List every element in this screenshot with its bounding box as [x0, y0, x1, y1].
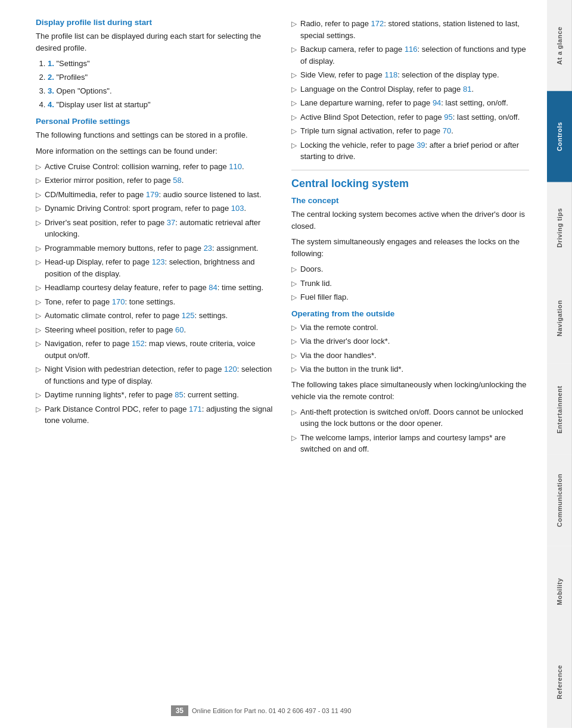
page-link[interactable]: 118 [384, 70, 397, 79]
page-link[interactable]: 81 [463, 85, 471, 94]
bullet-text: Dynamic Driving Control: sport program, … [45, 203, 246, 214]
page-link[interactable]: 103 [231, 204, 244, 213]
list-item: ▷Navigation, refer to page 152: map view… [36, 338, 273, 361]
step-num-3: 3. [48, 86, 54, 95]
footer-text: Online Edition for Part no. 01 40 2 606 … [192, 707, 351, 714]
sidebar-tab-controls[interactable]: Controls [547, 91, 572, 182]
page-link[interactable]: 60 [175, 325, 184, 334]
bullet-arrow-icon: ▷ [291, 278, 297, 289]
list-item: ▷Tone, refer to page 170: tone settings. [36, 296, 273, 308]
page-link[interactable]: 116 [405, 45, 418, 54]
list-item: ▷Daytime running lights*, refer to page … [36, 389, 273, 401]
page-link[interactable]: 171 [189, 405, 202, 413]
left-column: Display profile list during start The pr… [36, 18, 273, 461]
page-link[interactable]: 84 [209, 283, 217, 292]
bullet-arrow-icon: ▷ [36, 257, 41, 267]
bullet-text: Anti-theft protection is switched on/off… [300, 406, 529, 430]
page-link[interactable]: 23 [204, 244, 212, 253]
section-display-profile: Display profile list during start The pr… [36, 18, 273, 111]
concept-para-1: The central locking system becomes activ… [291, 209, 529, 232]
list-item: ▷Via the button in the trunk lid*. [291, 363, 529, 375]
step-text-2: "Profiles" [56, 73, 88, 82]
step-2: 2. "Profiles" [48, 71, 273, 84]
bullet-text: The welcome lamps, interior lamps and co… [300, 432, 529, 455]
page-link[interactable]: 39 [416, 141, 425, 150]
bullet-text: Lane departure warning, refer to page 94… [300, 97, 508, 109]
page-link[interactable]: 94 [433, 98, 441, 107]
list-item: ▷CD/Multimedia, refer to page 179: audio… [36, 189, 273, 201]
sidebar-tab-mobility[interactable]: Mobility [547, 546, 572, 637]
list-item: ▷Head-up Display, refer to page 123: sel… [36, 256, 273, 279]
page-number: 35 [171, 705, 188, 716]
bullet-text: Side View, refer to page 118: selection … [300, 69, 499, 81]
bullet-text: Via the button in the trunk lid*. [300, 363, 403, 375]
concept-bullets: ▷Doors.▷Trunk lid.▷Fuel filler flap. [291, 263, 529, 303]
section-title-personal-profile: Personal Profile settings [36, 117, 273, 126]
list-item: ▷Night Vision with pedestrian detection,… [36, 363, 273, 387]
personal-profile-intro1: The following functions and settings can… [36, 129, 273, 141]
bullet-arrow-icon: ▷ [291, 264, 297, 275]
list-item: ▷Active Cruise Control: collision warnin… [36, 161, 273, 173]
page-link[interactable]: 110 [229, 162, 242, 171]
list-item: ▷Exterior mirror position, refer to page… [36, 175, 273, 186]
page-link[interactable]: 125 [182, 311, 195, 320]
personal-profile-bullets: ▷Active Cruise Control: collision warnin… [36, 161, 273, 427]
sidebar-tab-navigation[interactable]: Navigation [547, 273, 572, 364]
sidebar-tab-entertainment[interactable]: Entertainment [547, 364, 572, 455]
list-item: ▷The welcome lamps, interior lamps and c… [291, 432, 529, 455]
list-item: ▷Via the door handles*. [291, 350, 529, 362]
page-link[interactable]: 37 [167, 218, 175, 227]
step-text-3: Open "Options". [56, 86, 111, 95]
sidebar-tab-communication[interactable]: Communication [547, 455, 572, 546]
bullet-text: Language on the Control Display, refer t… [300, 83, 474, 95]
bullet-text: Programmable memory buttons, refer to pa… [45, 242, 258, 254]
page-link[interactable]: 85 [175, 390, 183, 399]
page-link[interactable]: 58 [173, 176, 181, 185]
step-1: 1. "Settings" [48, 58, 273, 70]
list-item: ▷Driver's seat position, refer to page 3… [36, 217, 273, 240]
bullet-arrow-icon: ▷ [291, 126, 297, 136]
sidebar-tab-reference[interactable]: Reference [547, 637, 572, 728]
step-text-1: "Settings" [56, 59, 89, 68]
list-item: ▷Radio, refer to page 172: stored statio… [291, 18, 529, 41]
list-item: ▷Active Blind Spot Detection, refer to p… [291, 111, 529, 123]
list-item: ▷Doors. [291, 263, 529, 275]
page-link[interactable]: 123 [152, 257, 165, 266]
step-3: 3. Open "Options". [48, 85, 273, 98]
bullet-text: Park Distance Control PDC, refer to page… [45, 403, 273, 427]
page-link[interactable]: 70 [443, 126, 451, 135]
bullet-text: Locking the vehicle, refer to page 39: a… [300, 139, 529, 163]
bullet-text: CD/Multimedia, refer to page 179: audio … [45, 189, 262, 201]
page-link[interactable]: 152 [132, 339, 145, 348]
bullet-arrow-icon: ▷ [36, 203, 41, 214]
page-link[interactable]: 172 [371, 19, 384, 28]
main-content: Display profile list during start The pr… [0, 0, 547, 728]
bullet-arrow-icon: ▷ [36, 325, 41, 335]
bullet-arrow-icon: ▷ [291, 350, 297, 361]
bullet-text: Steering wheel position, refer to page 6… [45, 324, 186, 336]
list-item: ▷Language on the Control Display, refer … [291, 83, 529, 95]
bullet-arrow-icon: ▷ [291, 364, 297, 375]
page-link[interactable]: 179 [146, 190, 159, 199]
list-item: ▷Automatic climate control, refer to pag… [36, 310, 273, 322]
step-4: 4. "Display user list at startup" [48, 99, 273, 111]
bullet-text: Navigation, refer to page 152: map views… [45, 338, 273, 361]
sidebar-tab-driving-tips[interactable]: Driving tips [547, 182, 572, 273]
bullet-arrow-icon: ▷ [291, 292, 297, 303]
sidebar-tab-at-a-glance[interactable]: At a glance [547, 0, 572, 91]
page-link[interactable]: 120 [224, 365, 237, 374]
subsection-title-operating: Operating from the outside [291, 309, 529, 318]
bullet-arrow-icon: ▷ [36, 217, 41, 228]
bullet-text: Backup camera, refer to page 116: select… [300, 43, 529, 67]
bullet-arrow-icon: ▷ [291, 70, 297, 80]
bullet-arrow-icon: ▷ [36, 310, 41, 321]
bullet-arrow-icon: ▷ [36, 175, 41, 186]
list-item: ▷Side View, refer to page 118: selection… [291, 69, 529, 81]
step-num-1: 1. [48, 59, 54, 68]
page-link[interactable]: 95 [444, 113, 452, 122]
bullet-text: Fuel filler flap. [300, 291, 349, 303]
operating-bullets2: ▷Anti-theft protection is switched on/of… [291, 406, 529, 455]
page-link[interactable]: 170 [112, 297, 125, 306]
bullet-arrow-icon: ▷ [291, 322, 297, 333]
step-num-4: 4. [48, 100, 54, 109]
